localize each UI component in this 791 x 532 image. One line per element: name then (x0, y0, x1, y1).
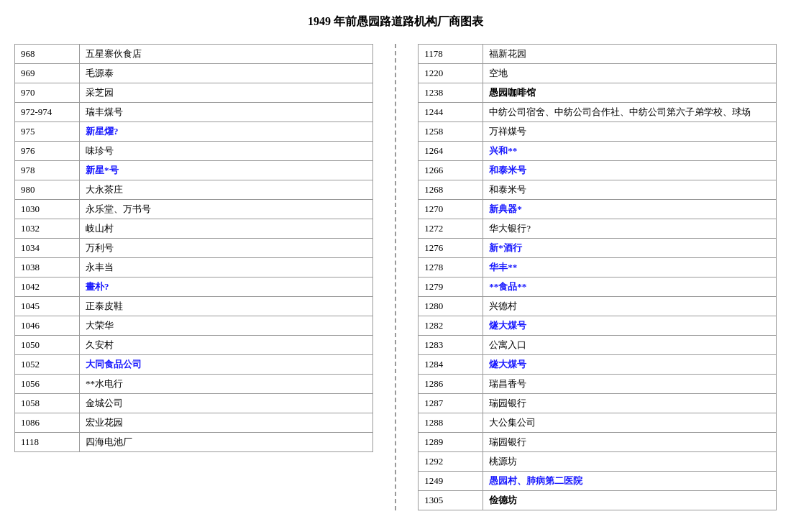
row-number: 1050 (15, 336, 80, 355)
row-name: 福新花园 (483, 45, 777, 64)
row-number: 1288 (419, 413, 483, 433)
row-name: 公寓入口 (483, 336, 777, 355)
right-column: 1178福新花园1220空地1238愚园咖啡馆1244中纺公司宿舍、中纺公司合作… (411, 44, 777, 510)
row-name: **水电行 (80, 375, 373, 394)
table-row: 1288大公集公司 (419, 413, 777, 433)
table-row: 1118四海电池厂 (15, 433, 373, 452)
table-row: 1266和泰米号 (419, 161, 777, 180)
row-number: 1280 (419, 297, 483, 316)
page-title: 1949 年前愚园路道路机构厂商图表 (14, 14, 777, 29)
table-row: 1046大荣华 (15, 316, 373, 336)
row-number: 1270 (419, 200, 483, 219)
table-row: 1287瑞园银行 (419, 394, 777, 413)
table-row: 1279**食品** (419, 278, 777, 297)
row-name: 空地 (483, 64, 777, 83)
table-row: 1052大同食品公司 (15, 355, 373, 375)
table-row: 1056**水电行 (15, 375, 373, 394)
row-name: 桃源坊 (483, 452, 777, 472)
row-name: 四海电池厂 (80, 433, 373, 452)
row-number: 1056 (15, 375, 80, 394)
row-number: 1038 (15, 258, 80, 278)
row-name: 兴德村 (483, 297, 777, 316)
row-name: 采芝园 (80, 83, 373, 103)
row-name: 五星寨伙食店 (80, 45, 373, 64)
row-number: 1283 (419, 336, 483, 355)
row-number: 1118 (15, 433, 80, 452)
row-number: 978 (15, 161, 80, 180)
row-number: 1279 (419, 278, 483, 297)
row-name: 正泰皮鞋 (80, 297, 373, 316)
row-number: 1284 (419, 355, 483, 375)
table-row: 1278华丰** (419, 258, 777, 278)
table-row: 1283公寓入口 (419, 336, 777, 355)
table-row: 1050久安村 (15, 336, 373, 355)
table-row: 1286瑞昌香号 (419, 375, 777, 394)
table-row: 976味珍号 (15, 142, 373, 161)
table-row: 1042畫朴? (15, 278, 373, 297)
row-name: 华丰** (483, 258, 777, 278)
row-name: 华大银行? (483, 219, 777, 239)
row-number: 1305 (419, 491, 483, 510)
row-number: 1287 (419, 394, 483, 413)
table-row: 1272华大银行? (419, 219, 777, 239)
table-row: 1270新典器* (419, 200, 777, 219)
row-number: 1249 (419, 472, 483, 491)
row-name: 永乐堂、万书号 (80, 200, 373, 219)
table-row: 975新星燿? (15, 122, 373, 142)
table-row: 1220空地 (419, 64, 777, 83)
row-number: 1282 (419, 316, 483, 336)
table-row: 1305俭德坊 (419, 491, 777, 510)
row-number: 1289 (419, 433, 483, 452)
table-row: 1086宏业花园 (15, 413, 373, 433)
row-name: 金城公司 (80, 394, 373, 413)
table-row: 969毛源泰 (15, 64, 373, 83)
column-divider (380, 44, 411, 510)
table-row: 1238愚园咖啡馆 (419, 83, 777, 103)
main-content: 968五星寨伙食店969毛源泰970采芝园972-974瑞丰煤号975新星燿?9… (14, 44, 777, 510)
table-row: 1249愚园村、肺病第二医院 (419, 472, 777, 491)
table-row: 970采芝园 (15, 83, 373, 103)
row-name: 畫朴? (80, 278, 373, 297)
table-row: 1058金城公司 (15, 394, 373, 413)
table-row: 1276新*酒行 (419, 239, 777, 258)
row-name: 兴和** (483, 142, 777, 161)
row-name: 俭德坊 (483, 491, 777, 510)
table-row: 1289瑞园银行 (419, 433, 777, 452)
row-name: 燧大煤号 (483, 355, 777, 375)
row-number: 1258 (419, 122, 483, 142)
row-number: 1268 (419, 180, 483, 200)
row-name: 大永茶庄 (80, 180, 373, 200)
row-name: 大荣华 (80, 316, 373, 336)
row-number: 1032 (15, 219, 80, 239)
row-name: 宏业花园 (80, 413, 373, 433)
row-name: 燧大煤号 (483, 316, 777, 336)
table-row: 1284燧大煤号 (419, 355, 777, 375)
row-number: 1292 (419, 452, 483, 472)
row-name: 岐山村 (80, 219, 373, 239)
table-row: 1264兴和** (419, 142, 777, 161)
row-number: 1278 (419, 258, 483, 278)
row-name: 永丰当 (80, 258, 373, 278)
table-row: 1292桃源坊 (419, 452, 777, 472)
row-name: 新典器* (483, 200, 777, 219)
left-table: 968五星寨伙食店969毛源泰970采芝园972-974瑞丰煤号975新星燿?9… (14, 44, 373, 452)
row-number: 968 (15, 45, 80, 64)
row-number: 1178 (419, 45, 483, 64)
row-name: 大同食品公司 (80, 355, 373, 375)
row-number: 1045 (15, 297, 80, 316)
row-number: 1276 (419, 239, 483, 258)
row-name: 毛源泰 (80, 64, 373, 83)
row-number: 1266 (419, 161, 483, 180)
row-name: 新星燿? (80, 122, 373, 142)
row-number: 1264 (419, 142, 483, 161)
table-row: 1280兴德村 (419, 297, 777, 316)
table-row: 978新星*号 (15, 161, 373, 180)
table-row: 1258万祥煤号 (419, 122, 777, 142)
row-number: 1244 (419, 103, 483, 122)
row-name: 中纺公司宿舍、中纺公司合作社、中纺公司第六子弟学校、球场 (483, 103, 777, 122)
table-row: 1244中纺公司宿舍、中纺公司合作社、中纺公司第六子弟学校、球场 (419, 103, 777, 122)
table-row: 972-974瑞丰煤号 (15, 103, 373, 122)
table-row: 1178福新花园 (419, 45, 777, 64)
right-table: 1178福新花园1220空地1238愚园咖啡馆1244中纺公司宿舍、中纺公司合作… (418, 44, 777, 510)
table-row: 1030永乐堂、万书号 (15, 200, 373, 219)
